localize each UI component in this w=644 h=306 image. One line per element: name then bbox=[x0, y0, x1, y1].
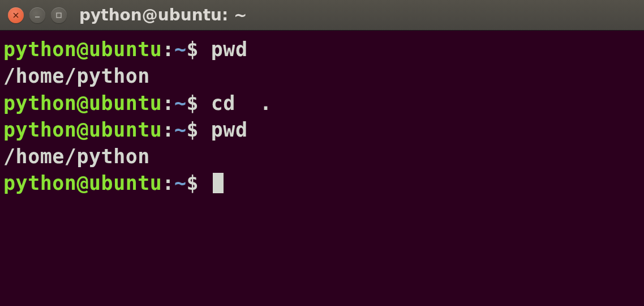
close-button[interactable] bbox=[8, 7, 24, 23]
close-icon bbox=[12, 11, 20, 19]
prompt-path: ~ bbox=[174, 118, 187, 141]
terminal-line: python@ubuntu:~$ cd . bbox=[3, 90, 641, 117]
terminal-line: /home/python bbox=[3, 63, 641, 90]
prompt-path: ~ bbox=[174, 172, 187, 194]
terminal-line: python@ubuntu:~$ pwd bbox=[3, 36, 641, 63]
prompt-separator: : bbox=[162, 92, 174, 114]
prompt-user-host: python@ubuntu bbox=[3, 118, 162, 141]
prompt-symbol: $ bbox=[187, 92, 199, 114]
minimize-icon bbox=[33, 11, 41, 19]
terminal[interactable]: python@ubuntu:~$ pwd /home/python python… bbox=[0, 31, 644, 203]
prompt-user-host: python@ubuntu bbox=[3, 38, 162, 61]
prompt-symbol: $ bbox=[187, 172, 199, 194]
prompt-separator: : bbox=[162, 38, 174, 61]
prompt-symbol: $ bbox=[187, 38, 199, 61]
command-text: pwd bbox=[211, 38, 248, 61]
prompt-separator: : bbox=[162, 118, 174, 141]
svg-rect-3 bbox=[57, 13, 61, 18]
prompt-path: ~ bbox=[174, 38, 187, 61]
command-text bbox=[199, 92, 211, 114]
terminal-line: /home/python bbox=[3, 143, 641, 170]
command-text bbox=[199, 172, 211, 194]
terminal-line: python@ubuntu:~$ bbox=[3, 170, 641, 197]
output-text: /home/python bbox=[3, 145, 150, 168]
window-title: python@ubuntu: ~ bbox=[79, 6, 247, 24]
prompt-user-host: python@ubuntu bbox=[3, 172, 162, 194]
maximize-button[interactable] bbox=[51, 7, 67, 23]
prompt-path: ~ bbox=[174, 92, 187, 114]
command-text bbox=[199, 38, 211, 61]
command-text: pwd bbox=[211, 118, 248, 141]
titlebar: python@ubuntu: ~ bbox=[0, 0, 644, 31]
terminal-line: python@ubuntu:~$ pwd bbox=[3, 117, 641, 143]
prompt-separator: : bbox=[162, 172, 174, 194]
command-text: cd . bbox=[211, 92, 272, 114]
command-text bbox=[199, 118, 211, 141]
cursor-icon bbox=[213, 173, 224, 193]
maximize-icon bbox=[55, 11, 63, 19]
minimize-button[interactable] bbox=[29, 7, 45, 23]
prompt-user-host: python@ubuntu bbox=[3, 92, 162, 114]
output-text: /home/python bbox=[3, 65, 150, 87]
prompt-symbol: $ bbox=[187, 118, 199, 141]
